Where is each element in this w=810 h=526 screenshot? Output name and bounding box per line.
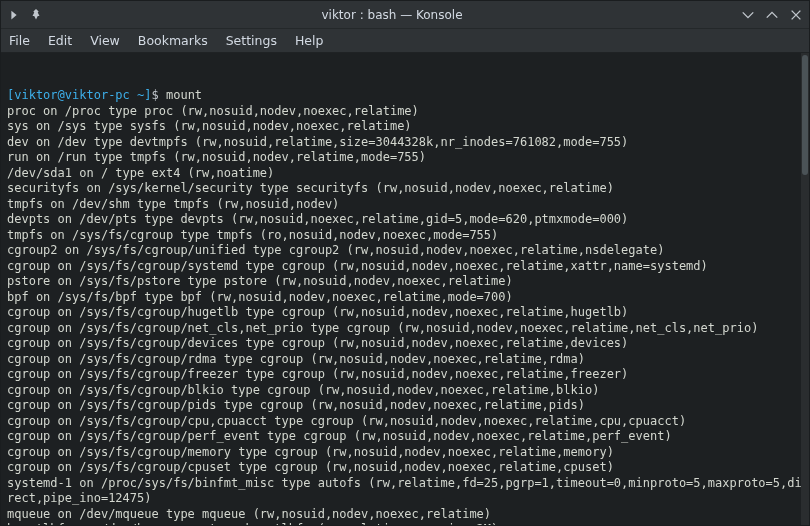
- output-line: cgroup on /sys/fs/cgroup/systemd type cg…: [7, 259, 803, 275]
- command-output: proc on /proc type proc (rw,nosuid,nodev…: [7, 104, 803, 526]
- pin-icon[interactable]: [29, 8, 43, 22]
- output-line: cgroup on /sys/fs/cgroup/cpuset type cgr…: [7, 460, 803, 476]
- output-line: devpts on /dev/pts type devpts (rw,nosui…: [7, 212, 803, 228]
- output-line: systemd-1 on /proc/sys/fs/binfmt_misc ty…: [7, 476, 803, 507]
- output-line: sys on /sys type sysfs (rw,nosuid,nodev,…: [7, 119, 803, 135]
- prompt-line: [viktor@viktor-pc ~]$ mount: [7, 88, 803, 104]
- minimize-button[interactable]: [741, 8, 755, 22]
- output-line: cgroup on /sys/fs/cgroup/devices type cg…: [7, 336, 803, 352]
- scrollbar[interactable]: [801, 53, 809, 525]
- output-line: cgroup on /sys/fs/cgroup/hugetlb type cg…: [7, 305, 803, 321]
- output-line: cgroup on /sys/fs/cgroup/freezer type cg…: [7, 367, 803, 383]
- window-controls: [741, 8, 803, 22]
- menu-help[interactable]: Help: [295, 33, 324, 48]
- output-line: cgroup on /sys/fs/cgroup/pids type cgrou…: [7, 398, 803, 414]
- output-line: cgroup2 on /sys/fs/cgroup/unified type c…: [7, 243, 803, 259]
- output-line: mqueue on /dev/mqueue type mqueue (rw,no…: [7, 507, 803, 523]
- output-line: tmpfs on /dev/shm type tmpfs (rw,nosuid,…: [7, 197, 803, 213]
- output-line: securityfs on /sys/kernel/security type …: [7, 181, 803, 197]
- output-line: hugetlbfs on /dev/hugepages type hugetlb…: [7, 522, 803, 525]
- close-button[interactable]: [789, 8, 803, 22]
- output-line: dev on /dev type devtmpfs (rw,nosuid,rel…: [7, 135, 803, 151]
- command-text: mount: [166, 88, 202, 102]
- output-line: cgroup on /sys/fs/cgroup/perf_event type…: [7, 429, 803, 445]
- menu-edit[interactable]: Edit: [48, 33, 72, 48]
- output-line: cgroup on /sys/fs/cgroup/rdma type cgrou…: [7, 352, 803, 368]
- menu-file[interactable]: File: [9, 33, 30, 48]
- output-line: /dev/sda1 on / type ext4 (rw,noatime): [7, 166, 803, 182]
- menu-bookmarks[interactable]: Bookmarks: [138, 33, 208, 48]
- output-line: pstore on /sys/fs/pstore type pstore (rw…: [7, 274, 803, 290]
- output-line: cgroup on /sys/fs/cgroup/blkio type cgro…: [7, 383, 803, 399]
- konsole-window: viktor : bash — Konsole File Edit View B…: [0, 0, 810, 526]
- output-line: proc on /proc type proc (rw,nosuid,nodev…: [7, 104, 803, 120]
- output-line: bpf on /sys/fs/bpf type bpf (rw,nosuid,n…: [7, 290, 803, 306]
- prompt-symbol: $: [152, 88, 159, 102]
- output-line: cgroup on /sys/fs/cgroup/memory type cgr…: [7, 445, 803, 461]
- terminal-viewport[interactable]: [viktor@viktor-pc ~]$ mountproc on /proc…: [1, 53, 809, 525]
- output-line: cgroup on /sys/fs/cgroup/cpu,cpuacct typ…: [7, 414, 803, 430]
- titlebar[interactable]: viktor : bash — Konsole: [1, 1, 809, 29]
- titlebar-left-icons: [7, 8, 43, 22]
- window-title: viktor : bash — Konsole: [43, 8, 741, 22]
- output-line: run on /run type tmpfs (rw,nosuid,nodev,…: [7, 150, 803, 166]
- output-line: cgroup on /sys/fs/cgroup/net_cls,net_pri…: [7, 321, 803, 337]
- scrollbar-thumb[interactable]: [802, 55, 808, 175]
- prompt-user-host: [viktor@viktor-pc ~]: [7, 88, 152, 102]
- menubar: File Edit View Bookmarks Settings Help: [1, 29, 809, 53]
- maximize-button[interactable]: [765, 8, 779, 22]
- output-line: tmpfs on /sys/fs/cgroup type tmpfs (ro,n…: [7, 228, 803, 244]
- app-menu-icon[interactable]: [7, 8, 21, 22]
- menu-view[interactable]: View: [90, 33, 120, 48]
- menu-settings[interactable]: Settings: [226, 33, 277, 48]
